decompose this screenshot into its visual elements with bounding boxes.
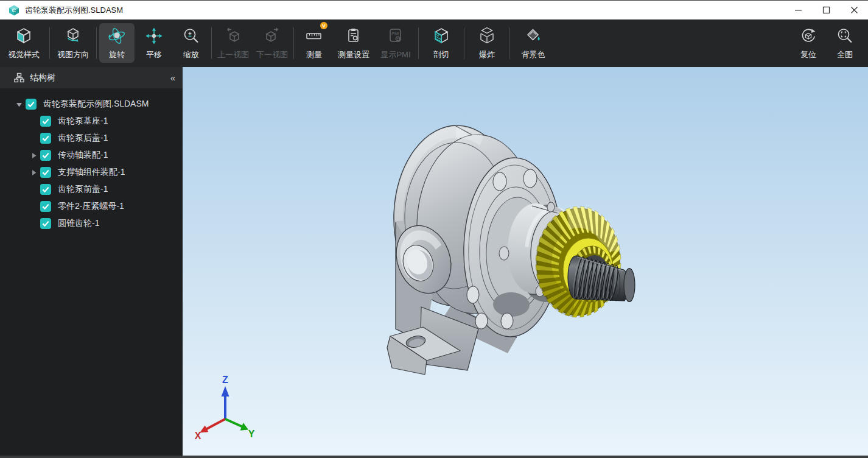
next-view-icon — [263, 24, 281, 48]
tree-icon — [14, 72, 24, 83]
checkbox-checked[interactable] — [40, 184, 51, 195]
tree-item-label[interactable]: 齿轮泵前盖-1 — [58, 184, 108, 195]
toolbar-button-measure-settings[interactable]: 测量设置 — [332, 19, 375, 67]
tree-row[interactable]: 圆锥齿轮-1 — [0, 215, 183, 232]
section-icon — [432, 24, 450, 48]
view-orientation-icon — [64, 24, 82, 48]
toolbar-button-explode[interactable]: 爆炸 — [466, 19, 508, 67]
tree-item-label[interactable]: 零件2-压紧螺母-1 — [58, 201, 124, 212]
tree-item-label[interactable]: 支撑轴组件装配-1 — [58, 167, 125, 178]
toolbar-divider — [293, 27, 294, 59]
measure-settings-icon — [345, 24, 363, 48]
previous-view-icon — [224, 24, 242, 48]
tree-row-root[interactable]: 齿轮泵装配示例图.SLDASM — [0, 96, 183, 113]
background-color-icon — [524, 24, 542, 48]
checkbox-checked[interactable] — [26, 99, 37, 110]
toolbar-divider — [418, 27, 419, 59]
toolbar-button-section[interactable]: 剖切 — [421, 19, 462, 67]
checkbox-checked[interactable] — [40, 218, 51, 229]
tree-row[interactable]: 传动轴装配-1 — [0, 147, 183, 164]
axis-label-y: Y — [248, 429, 255, 439]
svg-text:PMI: PMI — [391, 32, 399, 36]
toolbar-button-show-pmi: PMI 显示PMI — [375, 19, 416, 67]
toolbar-button-reset-view[interactable]: 复位 — [790, 19, 827, 67]
minimize-icon — [794, 6, 802, 14]
app-logo-icon: C — [9, 5, 19, 16]
checkbox-checked[interactable] — [40, 150, 51, 161]
checkbox-checked[interactable] — [40, 133, 51, 144]
structure-tree-title: 结构树 — [30, 72, 55, 83]
axis-label-x: X — [195, 431, 201, 441]
tree-row[interactable]: 齿轮泵基座-1 — [0, 113, 183, 130]
collapse-panel-button[interactable]: « — [170, 72, 174, 83]
toolbar-button-visual-style[interactable]: 视觉样式 — [0, 19, 47, 67]
maximize-button[interactable] — [812, 1, 840, 19]
toolbar-divider — [49, 27, 50, 59]
checkbox-checked[interactable] — [40, 167, 51, 178]
toolbar-button-measure[interactable]: V 测量 — [296, 19, 332, 67]
structure-tree-header: 结构树 « — [0, 67, 183, 88]
axis-label-z: Z — [222, 375, 228, 385]
maximize-icon — [822, 6, 830, 14]
toolbar-button-zoom[interactable]: 缩放 — [173, 19, 209, 67]
checkbox-checked[interactable] — [40, 116, 51, 127]
expand-arrow-icon[interactable] — [29, 168, 38, 177]
visual-style-icon — [15, 24, 33, 48]
viewport-3d[interactable]: Z X Y — [183, 67, 868, 456]
measure-icon: V — [305, 24, 323, 48]
tree-item-label[interactable]: 传动轴装配-1 — [58, 150, 108, 161]
expand-arrow-icon[interactable] — [29, 151, 38, 160]
toolbar-divider — [509, 27, 510, 59]
rotate-icon — [107, 24, 127, 48]
tree-row[interactable]: 齿轮泵后盖-1 — [0, 130, 183, 147]
tree-item-label[interactable]: 齿轮泵装配示例图.SLDASM — [43, 99, 149, 110]
svg-text:C: C — [12, 7, 16, 13]
window-title: 齿轮泵装配示例图.SLDASM — [25, 5, 123, 16]
toolbar-button-background-color[interactable]: 背景色 — [512, 19, 555, 67]
checkbox-checked[interactable] — [40, 201, 51, 212]
tree-item-label[interactable]: 圆锥齿轮-1 — [58, 218, 99, 229]
measure-badge: V — [320, 22, 327, 29]
toolbar-divider — [464, 27, 464, 59]
structure-tree: 齿轮泵装配示例图.SLDASM 齿轮泵基座-1 齿轮泵后盖-1 传动轴装配-1 — [0, 88, 183, 232]
toolbar-button-previous-view: 上一视图 — [214, 19, 253, 67]
toolbar-divider — [211, 27, 212, 59]
expand-arrow-icon[interactable] — [15, 100, 23, 108]
tree-row[interactable]: 支撑轴组件装配-1 — [0, 164, 183, 181]
window-bottom-edge — [0, 456, 868, 458]
toolbar: 视觉样式 视图方向 旋转 — [0, 19, 868, 67]
toolbar-button-rotate[interactable]: 旋转 — [99, 23, 135, 63]
tree-item-label[interactable]: 齿轮泵后盖-1 — [58, 133, 108, 144]
tree-row[interactable]: 零件2-压紧螺母-1 — [0, 198, 183, 215]
gear-pump-model — [387, 124, 635, 375]
fit-view-icon — [836, 24, 854, 48]
model-canvas: Z X Y — [183, 67, 868, 456]
explode-icon — [478, 24, 496, 48]
zoom-icon — [182, 24, 200, 48]
close-button[interactable] — [840, 1, 868, 19]
show-pmi-icon: PMI — [387, 24, 405, 48]
toolbar-button-next-view: 下一视图 — [253, 19, 292, 67]
title-bar: C 齿轮泵装配示例图.SLDASM — [0, 0, 868, 19]
toolbar-button-view-orientation[interactable]: 视图方向 — [52, 19, 94, 67]
reset-view-icon — [799, 24, 817, 48]
pan-icon — [145, 24, 163, 48]
tree-row[interactable]: 齿轮泵前盖-1 — [0, 181, 183, 198]
axis-triad: Z X Y — [195, 375, 255, 441]
toolbar-button-fit-view[interactable]: 全图 — [827, 19, 863, 67]
tree-item-label[interactable]: 齿轮泵基座-1 — [58, 116, 108, 127]
toolbar-divider — [96, 27, 97, 59]
minimize-button[interactable] — [784, 1, 812, 19]
toolbar-button-pan[interactable]: 平移 — [135, 19, 173, 67]
close-icon — [850, 6, 858, 14]
structure-tree-panel: 结构树 « 齿轮泵装配示例图.SLDASM 齿轮泵基座-1 齿轮泵后盖-1 — [0, 67, 183, 456]
